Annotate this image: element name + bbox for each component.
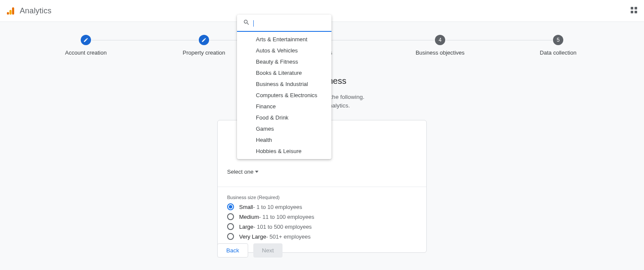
- dropdown-option[interactable]: Books & Literature: [237, 67, 331, 78]
- dropdown-search-input[interactable]: [257, 20, 325, 27]
- radio-icon: [227, 223, 234, 230]
- business-size-option[interactable]: Very Large - 501+ employees: [227, 233, 417, 240]
- next-button[interactable]: Next: [253, 243, 283, 258]
- radio-icon: [227, 213, 234, 220]
- dropdown-search-row: [237, 15, 331, 32]
- dropdown-option[interactable]: Food & Drink: [237, 112, 331, 123]
- step-account-creation[interactable]: Account creation: [27, 35, 145, 56]
- option-description: - 501+ employees: [266, 233, 311, 240]
- back-button[interactable]: Back: [217, 243, 248, 258]
- industry-category-dropdown[interactable]: Arts & EntertainmentAutos & VehiclesBeau…: [237, 15, 331, 159]
- dropdown-option-list[interactable]: Arts & EntertainmentAutos & VehiclesBeau…: [237, 32, 331, 159]
- industry-category-select[interactable]: Select one: [227, 169, 258, 175]
- app-title: Analytics: [20, 6, 52, 15]
- option-label: Small: [239, 204, 253, 210]
- option-label: Medium: [239, 214, 259, 220]
- dropdown-option[interactable]: Computers & Electronics: [237, 89, 331, 101]
- radio-icon: [227, 233, 234, 240]
- step-label: Business objectives: [381, 49, 499, 56]
- business-size-section: Business size (Required) Small - 1 to 10…: [218, 187, 426, 240]
- step-label: Account creation: [27, 49, 145, 56]
- step-number-icon: 4: [435, 35, 445, 45]
- select-value: Select one: [227, 169, 253, 175]
- option-label: Very Large: [239, 233, 266, 240]
- step-label: Data collection: [499, 49, 617, 56]
- apps-launcher-icon[interactable]: [631, 7, 637, 13]
- business-size-option[interactable]: Medium - 11 to 100 employees: [227, 213, 417, 220]
- option-label: Large: [239, 224, 253, 230]
- dropdown-option[interactable]: Autos & Vehicles: [237, 45, 331, 56]
- step-data-collection: 5 Data collection: [499, 35, 617, 56]
- dropdown-option[interactable]: Games: [237, 123, 331, 134]
- pencil-icon: [199, 35, 209, 45]
- radio-icon: [227, 203, 234, 210]
- dropdown-option[interactable]: Finance: [237, 101, 331, 112]
- wizard-buttons: Back Next: [217, 243, 427, 258]
- dropdown-option[interactable]: Beauty & Fitness: [237, 56, 331, 67]
- pencil-icon: [81, 35, 91, 45]
- dropdown-option[interactable]: Business & Industrial: [237, 78, 331, 89]
- option-description: - 101 to 500 employees: [253, 224, 312, 230]
- business-size-label: Business size (Required): [227, 195, 417, 200]
- step-business-objectives: 4 Business objectives: [381, 35, 499, 56]
- search-icon: [243, 19, 250, 28]
- dropdown-option[interactable]: Arts & Entertainment: [237, 34, 331, 45]
- step-number-icon: 5: [553, 35, 563, 45]
- business-size-option[interactable]: Large - 101 to 500 employees: [227, 223, 417, 230]
- dropdown-option[interactable]: Hobbies & Leisure: [237, 145, 331, 156]
- option-description: - 1 to 10 employees: [253, 204, 302, 210]
- chevron-down-icon: [255, 171, 258, 173]
- option-description: - 11 to 100 employees: [259, 214, 314, 220]
- business-size-option[interactable]: Small - 1 to 10 employees: [227, 203, 417, 210]
- analytics-logo: [7, 7, 15, 15]
- dropdown-option[interactable]: Home & Garden: [237, 156, 331, 159]
- dropdown-option[interactable]: Health: [237, 134, 331, 145]
- text-cursor: [253, 20, 254, 27]
